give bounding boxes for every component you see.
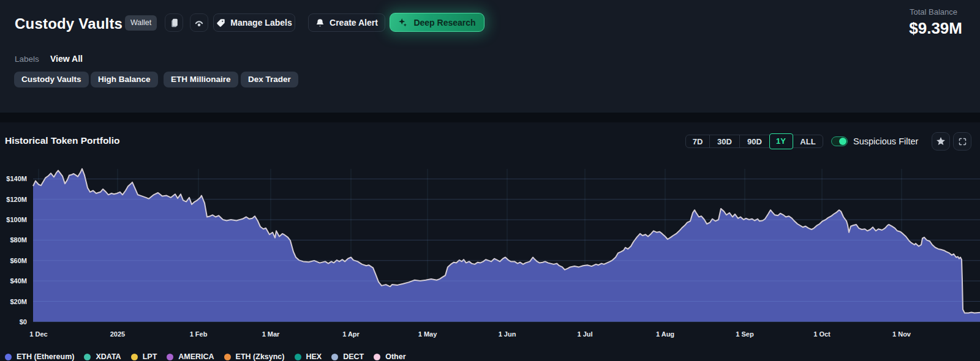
svg-text:$40M: $40M	[10, 277, 27, 285]
svg-text:1 Nov: 1 Nov	[892, 330, 911, 338]
svg-text:1 Apr: 1 Apr	[342, 330, 360, 338]
svg-text:$120M: $120M	[6, 196, 27, 203]
svg-text:2025: 2025	[110, 330, 125, 338]
svg-text:1 Jun: 1 Jun	[499, 330, 516, 338]
svg-text:1 May: 1 May	[418, 330, 437, 338]
svg-text:1 Mar: 1 Mar	[262, 330, 280, 338]
svg-text:1 Dec: 1 Dec	[29, 330, 47, 338]
svg-text:1 Feb: 1 Feb	[190, 330, 208, 338]
svg-text:1 Oct: 1 Oct	[813, 330, 831, 338]
svg-text:1 Aug: 1 Aug	[656, 330, 674, 338]
svg-text:$0: $0	[20, 318, 27, 326]
svg-text:1 Jul: 1 Jul	[577, 330, 592, 338]
svg-text:1 Sep: 1 Sep	[736, 330, 754, 338]
svg-text:$80M: $80M	[10, 236, 27, 244]
svg-text:$140M: $140M	[6, 175, 27, 182]
svg-text:$60M: $60M	[10, 257, 27, 264]
svg-text:$100M: $100M	[6, 216, 27, 223]
svg-text:$20M: $20M	[10, 298, 27, 305]
